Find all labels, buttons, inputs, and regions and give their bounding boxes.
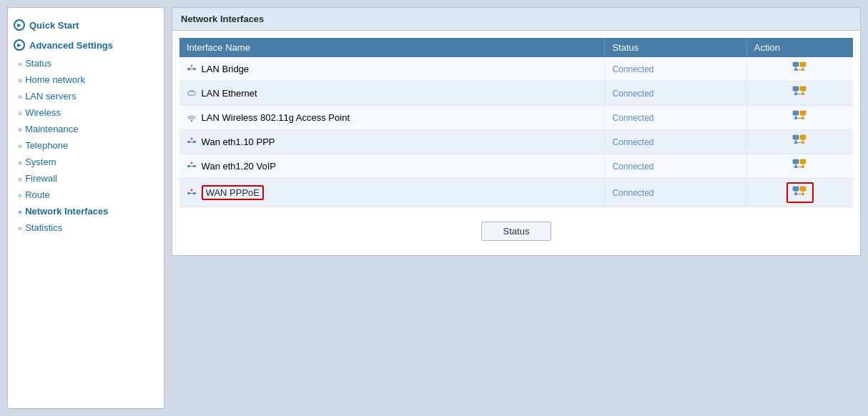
advanced-label: Advanced Settings bbox=[29, 40, 113, 51]
sidebar-item-wireless[interactable]: » Wireless bbox=[8, 104, 164, 121]
svg-rect-28 bbox=[794, 117, 797, 119]
svg-rect-31 bbox=[187, 141, 190, 143]
arrow-icon-firewall: » bbox=[18, 174, 22, 183]
sidebar-label-home-network: Home network bbox=[25, 74, 85, 85]
edit-icon-highlighted[interactable] bbox=[786, 182, 814, 203]
table-row: Wan eth1.20 VoIP Connected bbox=[179, 154, 853, 179]
col-header-interface-name: Interface Name bbox=[179, 38, 605, 57]
arrow-icon-lan-servers: » bbox=[18, 92, 22, 101]
sidebar-item-network-interfaces[interactable]: » Network Interfaces bbox=[8, 203, 164, 219]
cell-action-wan-pppoe[interactable] bbox=[746, 179, 853, 207]
arrow-icon-status: » bbox=[18, 59, 22, 68]
sidebar-label-lan-servers: LAN servers bbox=[25, 91, 77, 101]
advanced-circle-icon: ► bbox=[14, 39, 25, 51]
cell-action[interactable] bbox=[746, 130, 853, 154]
svg-rect-0 bbox=[187, 68, 190, 70]
table-header-row: Interface Name Status Action bbox=[179, 38, 853, 57]
sidebar-label-maintenance: Maintenance bbox=[25, 124, 78, 134]
status-button-row: Status bbox=[179, 207, 853, 248]
col-header-status: Status bbox=[605, 38, 746, 57]
svg-point-23 bbox=[191, 120, 192, 122]
svg-rect-1 bbox=[193, 68, 196, 70]
quickstart-circle-icon: ► bbox=[14, 19, 25, 31]
svg-rect-43 bbox=[193, 165, 196, 167]
arrow-icon-maintenance: » bbox=[18, 125, 22, 134]
edit-icon[interactable] bbox=[792, 61, 808, 77]
sidebar-quickstart[interactable]: ► Quick Start bbox=[8, 15, 164, 35]
table-row: LAN Bridge Connected bbox=[179, 57, 853, 81]
svg-rect-50 bbox=[794, 166, 797, 168]
cell-status: Connected bbox=[605, 130, 746, 154]
svg-rect-51 bbox=[802, 166, 804, 168]
sidebar-item-status[interactable]: » Status bbox=[8, 55, 164, 71]
edit-icon[interactable] bbox=[792, 109, 808, 126]
edit-icon[interactable] bbox=[792, 85, 808, 101]
sidebar-advanced-settings[interactable]: ► Advanced Settings bbox=[8, 35, 164, 55]
svg-point-56 bbox=[191, 189, 193, 191]
status-button[interactable]: Status bbox=[481, 222, 552, 241]
wan-icon bbox=[187, 137, 197, 147]
cell-status: Connected bbox=[605, 154, 746, 179]
cell-status: Connected bbox=[605, 57, 746, 81]
sidebar-item-route[interactable]: » Route bbox=[8, 187, 164, 203]
col-header-action: Action bbox=[746, 38, 853, 57]
svg-rect-62 bbox=[802, 193, 804, 195]
svg-rect-53 bbox=[187, 192, 190, 194]
interfaces-table: Interface Name Status Action bbox=[179, 38, 853, 207]
network-icon bbox=[187, 88, 197, 98]
arrow-icon-home-network: » bbox=[18, 76, 22, 84]
network-icon bbox=[187, 64, 197, 74]
cell-status: Connected bbox=[605, 106, 746, 130]
network-interfaces-panel: Network Interfaces Interface Name Status… bbox=[172, 7, 861, 256]
svg-rect-6 bbox=[800, 62, 806, 66]
edit-icon[interactable] bbox=[792, 158, 808, 174]
sidebar-item-statistics[interactable]: » Statistics bbox=[8, 219, 164, 236]
sidebar-item-telephone[interactable]: » Telephone bbox=[8, 137, 164, 154]
sidebar-item-maintenance[interactable]: » Maintenance bbox=[8, 121, 164, 137]
cell-iface-name-wan-pppoe: WAN PPPoE bbox=[179, 179, 605, 207]
wan-pppoe-icon bbox=[187, 188, 197, 198]
cell-action[interactable] bbox=[746, 57, 853, 81]
sidebar-item-lan-servers[interactable]: » LAN servers bbox=[8, 88, 164, 104]
cell-action[interactable] bbox=[746, 154, 853, 179]
sidebar-item-home-network[interactable]: » Home network bbox=[8, 71, 164, 88]
sidebar-item-firewall[interactable]: » Firewall bbox=[8, 170, 164, 187]
svg-rect-39 bbox=[794, 142, 797, 144]
svg-rect-20 bbox=[794, 93, 797, 95]
wan-voip-icon bbox=[187, 161, 197, 171]
panel-body: Interface Name Status Action bbox=[172, 31, 860, 255]
sidebar-item-system[interactable]: » System bbox=[8, 154, 164, 170]
cell-iface-name: LAN Bridge bbox=[179, 57, 605, 81]
svg-rect-5 bbox=[793, 62, 799, 66]
cell-status-wan-pppoe: Connected bbox=[605, 179, 746, 207]
edit-icon[interactable] bbox=[792, 134, 808, 150]
svg-rect-9 bbox=[794, 69, 797, 71]
cell-iface-name: LAN Ethernet bbox=[179, 81, 605, 106]
svg-point-45 bbox=[191, 162, 193, 164]
svg-rect-42 bbox=[187, 165, 190, 167]
sidebar-label-statistics: Statistics bbox=[25, 222, 62, 233]
cell-status: Connected bbox=[605, 81, 746, 106]
svg-rect-57 bbox=[793, 187, 799, 191]
svg-point-34 bbox=[191, 138, 193, 140]
svg-rect-35 bbox=[793, 135, 799, 139]
svg-rect-46 bbox=[793, 159, 799, 164]
cell-iface-name: LAN Wireless 802.11g Access Point bbox=[179, 106, 605, 130]
svg-rect-61 bbox=[794, 193, 797, 195]
arrow-icon-route: » bbox=[18, 191, 22, 199]
sidebar-label-wireless: Wireless bbox=[25, 107, 61, 118]
sidebar-label-network-interfaces: Network Interfaces bbox=[25, 206, 108, 217]
cell-action[interactable] bbox=[746, 106, 853, 130]
table-row-wan-pppoe: WAN PPPoE Connected bbox=[179, 179, 853, 207]
sidebar: ► Quick Start ► Advanced Settings » Stat… bbox=[7, 7, 164, 409]
svg-rect-10 bbox=[802, 69, 804, 71]
wan-pppoe-label: WAN PPPoE bbox=[202, 185, 264, 200]
svg-rect-32 bbox=[193, 141, 196, 143]
table-row: LAN Wireless 802.11g Access Point Connec… bbox=[179, 106, 853, 130]
table-row: LAN Ethernet Connected bbox=[179, 81, 853, 106]
svg-rect-29 bbox=[802, 117, 804, 119]
svg-rect-24 bbox=[793, 111, 799, 115]
svg-rect-54 bbox=[193, 192, 196, 194]
cell-action[interactable] bbox=[746, 81, 853, 106]
svg-rect-36 bbox=[800, 135, 806, 139]
